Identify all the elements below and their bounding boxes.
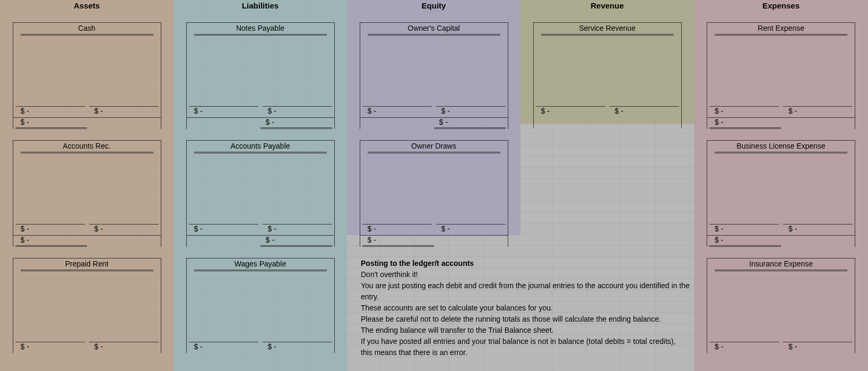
account-body[interactable]	[13, 36, 161, 106]
account-body[interactable]	[707, 36, 855, 106]
account-title: Insurance Expense	[715, 258, 847, 271]
account-title: Service Revenue	[541, 23, 674, 36]
account-totals: $ - $ -	[13, 342, 161, 353]
column-header-equity: Equity	[347, 0, 520, 11]
account-title: Prepaid Rent	[21, 258, 153, 271]
column-revenue: Revenue Service Revenue $ - $ -	[520, 0, 694, 124]
credit-total: $ -	[788, 225, 797, 235]
debit-total: $ -	[715, 225, 723, 235]
instructions-line: If you have posted all entries and your …	[361, 336, 695, 347]
account-title: Accounts Payable	[194, 141, 327, 153]
debit-total: $ -	[194, 342, 203, 353]
debit-total: $ -	[541, 107, 550, 117]
account-totals: $ - $ -	[13, 106, 161, 117]
instructions-line: Please be careful not to delete the runn…	[361, 314, 695, 325]
account-title: Cash	[21, 23, 153, 36]
credit-total: $ -	[268, 107, 276, 117]
account-balance: $ -	[13, 117, 161, 129]
debit-total: $ -	[368, 225, 376, 235]
credit-total: $ -	[788, 107, 797, 117]
debit-total: $ -	[21, 225, 29, 235]
column-header-expenses: Expenses	[694, 0, 868, 11]
t-account-accounts-rec[interactable]: Accounts Rec. $ - $ - $ -	[13, 140, 161, 247]
credit-total: $ -	[268, 225, 276, 235]
credit-total: $ -	[788, 342, 797, 353]
instructions-line: this means that there is an error.	[361, 347, 695, 358]
t-account-insurance-expense[interactable]: Insurance Expense $ - $ -	[707, 258, 855, 353]
account-totals: $ - $ -	[187, 342, 334, 353]
instructions-line: The ending balance will transfer to the …	[361, 325, 695, 336]
account-balance: $ -	[13, 235, 161, 247]
credit-total: $ -	[441, 225, 450, 235]
account-body[interactable]	[187, 36, 334, 106]
account-totals: $ - $ -	[707, 106, 855, 117]
t-account-owners-capital[interactable]: Owner's Capital $ - $ - $ -	[360, 22, 508, 129]
account-totals: $ - $ -	[360, 224, 508, 235]
t-account-notes-payable[interactable]: Notes Payable $ - $ - $ -	[186, 22, 335, 129]
account-body[interactable]	[13, 153, 161, 224]
account-body[interactable]	[360, 153, 508, 224]
account-title: Business License Expense	[715, 141, 847, 153]
credit-total: $ -	[441, 107, 450, 117]
balance: $ -	[266, 236, 274, 245]
debit-total: $ -	[194, 225, 203, 235]
account-balance: $ -	[707, 235, 855, 247]
balance: $ -	[266, 118, 274, 127]
t-account-rent-expense[interactable]: Rent Expense $ - $ - $ -	[707, 22, 855, 129]
column-header-assets: Assets	[0, 0, 173, 11]
instructions-line: You are just posting each debit and cred…	[361, 280, 695, 303]
account-body[interactable]	[360, 36, 508, 106]
account-balance: $ -	[360, 235, 508, 247]
account-body[interactable]	[534, 36, 681, 106]
t-account-business-license-expense[interactable]: Business License Expense $ - $ - $ -	[707, 140, 855, 247]
account-title: Owner Draws	[368, 141, 500, 153]
instructions-title: Posting to the ledger/t accounts	[361, 258, 695, 269]
t-account-accounts-payable[interactable]: Accounts Payable $ - $ - $ -	[186, 140, 335, 247]
account-balance: $ -	[187, 235, 334, 247]
t-account-service-revenue[interactable]: Service Revenue $ - $ -	[533, 22, 682, 128]
account-title: Wages Payable	[194, 258, 327, 271]
account-body[interactable]	[187, 271, 334, 342]
account-totals: $ - $ -	[707, 342, 855, 353]
t-account-prepaid-rent[interactable]: Prepaid Rent $ - $ -	[13, 258, 161, 353]
column-liabilities: Liabilities Notes Payable $ - $ - $ - Ac…	[173, 0, 347, 371]
credit-total: $ -	[94, 342, 103, 353]
credit-total: $ -	[94, 107, 103, 117]
instructions-line: These accounts are set to calculate your…	[361, 303, 695, 314]
debit-total: $ -	[21, 342, 29, 353]
balance: $ -	[368, 236, 376, 245]
account-body[interactable]	[707, 271, 855, 342]
debit-total: $ -	[715, 342, 723, 353]
instructions-line: Don't overthink it!	[361, 269, 695, 280]
account-totals: $ - $ -	[534, 106, 681, 117]
column-header-liabilities: Liabilities	[173, 0, 347, 11]
t-account-wages-payable[interactable]: Wages Payable $ - $ -	[186, 258, 335, 353]
instructions-block: Posting to the ledger/t accounts Don't o…	[361, 258, 695, 358]
account-body[interactable]	[13, 271, 161, 342]
account-totals: $ - $ -	[187, 106, 334, 117]
balance: $ -	[715, 118, 723, 127]
account-body[interactable]	[187, 153, 334, 224]
credit-total: $ -	[615, 107, 623, 117]
debit-total: $ -	[715, 107, 723, 117]
t-account-cash[interactable]: Cash $ - $ - $ -	[13, 22, 161, 129]
debit-total: $ -	[194, 107, 203, 117]
account-totals: $ - $ -	[13, 224, 161, 235]
account-balance: $ -	[707, 117, 855, 129]
account-balance: $ -	[360, 117, 508, 129]
balance: $ -	[715, 236, 723, 245]
column-equity: Equity Owner's Capital $ - $ - $ - Owner…	[347, 0, 520, 235]
account-totals: $ - $ -	[707, 224, 855, 235]
account-totals: $ - $ -	[187, 224, 334, 235]
account-title: Notes Payable	[194, 23, 327, 36]
column-header-revenue: Revenue	[520, 0, 694, 11]
account-balance: $ -	[187, 117, 334, 129]
credit-total: $ -	[268, 342, 276, 353]
balance: $ -	[21, 118, 29, 127]
balance: $ -	[439, 118, 448, 127]
column-expenses: Expenses Rent Expense $ - $ - $ - Busine…	[694, 0, 868, 371]
account-body[interactable]	[707, 153, 855, 224]
account-title: Owner's Capital	[368, 23, 500, 36]
t-account-owner-draws[interactable]: Owner Draws $ - $ - $ -	[360, 140, 508, 247]
column-assets: Assets Cash $ - $ - $ - Accounts Rec.	[0, 0, 173, 371]
